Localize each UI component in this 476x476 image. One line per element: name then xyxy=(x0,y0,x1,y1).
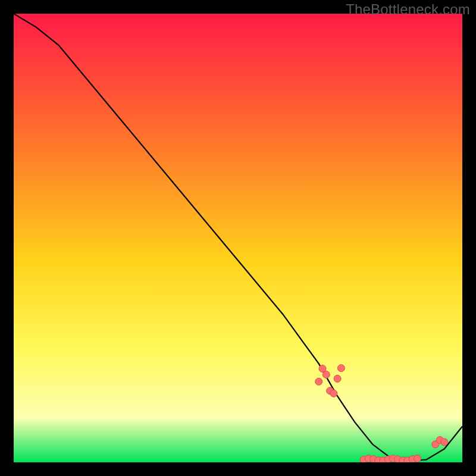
chart-svg xyxy=(14,14,462,462)
watermark-text: TheBottleneck.com xyxy=(346,1,470,18)
data-point xyxy=(315,378,322,385)
data-point xyxy=(414,455,421,462)
gradient-background xyxy=(14,14,462,462)
data-point xyxy=(337,365,345,372)
plot-area xyxy=(14,14,462,462)
data-point xyxy=(441,439,448,446)
data-point xyxy=(322,371,330,378)
chart-frame: TheBottleneck.com xyxy=(0,0,476,476)
data-point xyxy=(334,375,341,382)
data-point xyxy=(330,390,337,397)
